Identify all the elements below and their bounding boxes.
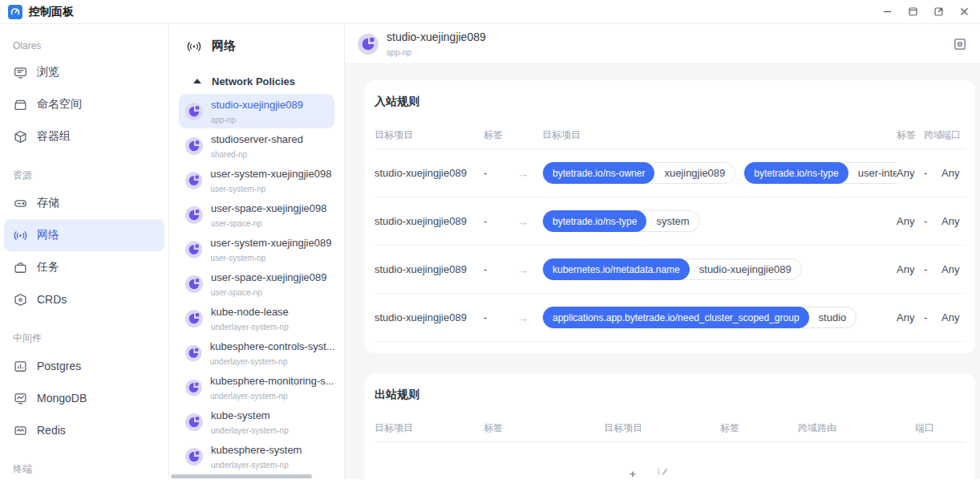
sidebar-item-mongodb[interactable]: MongoDB	[4, 382, 164, 414]
sidebar-section-terminal: 终端	[0, 458, 168, 479]
badge-key: bytetrade.io/ns-type	[744, 162, 848, 184]
badge-value: system	[646, 215, 699, 227]
rule-route: -	[924, 215, 942, 227]
outbound-rules-card: 出站规则 目标项目 标签 目标项目 标签 跨域路由 端口 +	[365, 373, 975, 479]
policy-item[interactable]: user-system-xuejingjie098user-system-np	[179, 163, 334, 197]
namespace-pie-icon	[185, 241, 202, 258]
rule-source-label: -	[484, 311, 517, 323]
rule-route: -	[924, 311, 942, 323]
col-target-label: 标签	[897, 128, 924, 142]
policy-name: user-space-xuejingjie089	[211, 271, 327, 283]
policy-name: studioserver-shared	[211, 133, 303, 145]
detail-subtitle: app-np	[387, 48, 411, 57]
label-badge: bytetrade.io/ns-typeuser-internal	[743, 162, 897, 184]
policy-namespace: user-system-np	[210, 185, 265, 193]
rule-port: Any	[942, 167, 966, 179]
badge-key: bytetrade.io/ns-owner	[543, 162, 654, 184]
namespace-pie-icon	[185, 344, 202, 362]
policy-item[interactable]: user-space-xuejingjie089user-space-np	[179, 266, 334, 301]
sidebar-item-storage[interactable]: 存储	[4, 187, 164, 219]
sidebar-item-jobs[interactable]: 任务	[4, 251, 164, 283]
rule-source: studio-xuejingjie089	[375, 263, 484, 275]
policy-namespace: underlayer-system-np	[211, 461, 289, 470]
sidebar-item-postgres[interactable]: Postgres	[4, 350, 164, 382]
inbound-rules-title: 入站规则	[375, 95, 966, 109]
outbound-table-header: 目标项目 标签 目标项目 标签 跨域路由 端口	[375, 415, 966, 442]
empty-state-illustration: +	[630, 468, 666, 479]
crds-icon	[14, 293, 27, 307]
namespace-pie-icon	[185, 310, 203, 327]
policy-item[interactable]: studio-xuejingjie089app-np	[179, 94, 334, 128]
sidebar-item-redis[interactable]: Redis	[4, 414, 164, 446]
rule-route: -	[924, 167, 942, 179]
rule-source-label: -	[484, 263, 517, 275]
close-icon[interactable]	[958, 6, 970, 18]
inbound-rule-row: studio-xuejingjie089 - → kubernetes.io/m…	[375, 246, 966, 294]
inbound-rule-row: studio-xuejingjie089 - → applications.ap…	[375, 294, 966, 342]
detail-main: studio-xuejingjie089 app-np 入站规则 目标项目 标签…	[345, 24, 980, 479]
sidebar-item-namespace[interactable]: 命名空间	[4, 88, 164, 120]
policy-name: kube-node-lease	[211, 306, 289, 318]
outbound-rules-title: 出站规则	[375, 388, 966, 402]
label-badge: applications.app.bytetrade.io/need_clust…	[542, 307, 856, 328]
sidebar-item-label: 浏览	[37, 65, 59, 79]
namespace-pie-icon	[185, 448, 203, 466]
inbound-rule-row: studio-xuejingjie089 - → bytetrade.io/ns…	[375, 149, 966, 197]
sidebar-item-browse[interactable]: 浏览	[4, 56, 164, 88]
sidebar-item-pods[interactable]: 容器组	[4, 120, 164, 153]
network-icon	[14, 229, 27, 242]
policy-namespace: underlayer-system-np	[211, 323, 289, 332]
storage-icon	[14, 197, 27, 210]
gauge-app-icon	[8, 5, 22, 19]
col-source-label: 标签	[484, 421, 604, 435]
policy-item[interactable]: kubesphere-monitoring-s...underlayer-sys…	[179, 370, 334, 405]
restore-icon[interactable]	[906, 6, 919, 18]
policy-list: studio-xuejingjie089app-np studioserver-…	[169, 94, 344, 474]
network-policies-panel: 网络 Network Policies studio-xuejingjie089…	[169, 24, 345, 479]
view-config-icon[interactable]	[953, 37, 967, 51]
policy-item[interactable]: user-space-xuejingjie098user-space-np	[179, 197, 334, 232]
inbound-rules-card: 入站规则 目标项目 标签 目标项目 标签 跨域路由 端口 studio-xuej…	[365, 80, 975, 353]
col-source-label: 标签	[484, 128, 517, 142]
sidebar-item-label: MongoDB	[37, 392, 87, 405]
redis-icon	[14, 424, 27, 437]
inbound-table-header: 目标项目 标签 目标项目 标签 跨域路由 端口	[375, 122, 966, 149]
detail-title: studio-xuejingjie089	[387, 31, 486, 43]
horizontal-scrollbar[interactable]	[171, 474, 312, 478]
arrow-right-icon: →	[517, 311, 542, 324]
pods-icon	[14, 130, 27, 144]
network-policies-group-toggle[interactable]: Network Policies	[169, 73, 344, 89]
sidebar-item-network[interactable]: 网络	[4, 219, 164, 251]
rule-target-label: Any	[897, 215, 924, 227]
policy-namespace: app-np	[211, 116, 236, 124]
detail-header: studio-xuejingjie089 app-np	[345, 24, 980, 64]
policy-item[interactable]: kube-node-leaseunderlayer-system-np	[179, 301, 334, 336]
policy-namespace: underlayer-system-np	[211, 426, 289, 435]
policy-item[interactable]: user-system-xuejingjie089user-system-np	[179, 232, 334, 266]
inbound-rule-row: studio-xuejingjie089 - → bytetrade.io/ns…	[375, 197, 966, 246]
policy-item[interactable]: kubesphere-systemunderlayer-system-np	[179, 439, 334, 474]
minimize-icon[interactable]	[881, 6, 893, 18]
col-route: 跨域路由	[798, 421, 915, 435]
namespace-pie-icon	[358, 34, 379, 55]
badge-key: bytetrade.io/ns-type	[543, 210, 646, 232]
namespace-pie-icon	[185, 137, 203, 155]
rule-source-label: -	[484, 167, 517, 179]
app-title: 控制面板	[29, 5, 74, 19]
namespace-pie-icon	[185, 206, 203, 224]
titlebar: 控制面板	[0, 0, 980, 24]
label-badge: kubernetes.io/metadata.namestudio-xuejin…	[542, 258, 802, 280]
policy-item[interactable]: studioserver-sharedshared-np	[179, 128, 334, 163]
policy-item[interactable]: kubesphere-controls-syst...underlayer-sy…	[179, 336, 334, 370]
postgres-icon	[14, 360, 27, 373]
policy-item[interactable]: kube-systemunderlayer-system-np	[179, 405, 334, 439]
collapse-triangle-icon	[193, 79, 201, 83]
open-in-new-icon[interactable]	[932, 6, 945, 18]
col-route: 跨域路由	[924, 128, 942, 142]
policy-namespace: underlayer-system-np	[210, 357, 288, 366]
policy-namespace: shared-np	[211, 150, 247, 159]
sidebar-item-label: Postgres	[37, 360, 81, 372]
sidebar-section-olares: Olares	[0, 35, 168, 56]
sidebar-item-label: 网络	[37, 228, 59, 242]
sidebar-item-crds[interactable]: CRDs	[4, 283, 164, 315]
